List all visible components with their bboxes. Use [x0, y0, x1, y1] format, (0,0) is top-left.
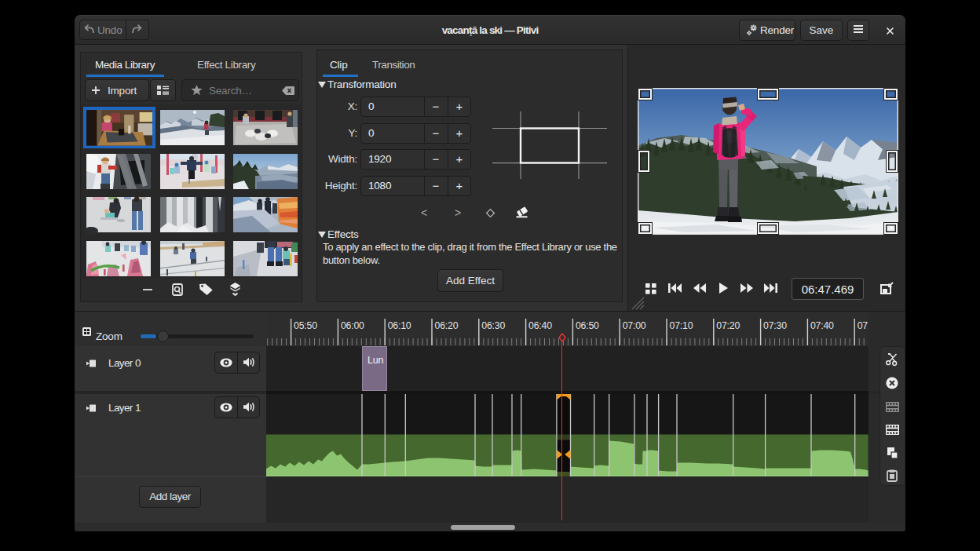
- svg-text:07:40: 07:40: [810, 320, 834, 331]
- svg-text:06:30: 06:30: [481, 320, 505, 331]
- svg-text:06:10: 06:10: [388, 320, 411, 331]
- svg-text:07:00: 07:00: [623, 320, 646, 331]
- svg-text:07:50: 07:50: [858, 320, 868, 331]
- svg-text:06:00: 06:00: [341, 320, 364, 331]
- svg-text:06:40: 06:40: [528, 320, 552, 331]
- svg-text:07:30: 07:30: [763, 320, 787, 331]
- svg-text:07:20: 07:20: [716, 320, 740, 331]
- svg-text:05:50: 05:50: [294, 320, 317, 331]
- svg-text:06:50: 06:50: [576, 320, 599, 331]
- svg-text:07:10: 07:10: [670, 320, 693, 331]
- svg-text:06:20: 06:20: [435, 320, 459, 331]
